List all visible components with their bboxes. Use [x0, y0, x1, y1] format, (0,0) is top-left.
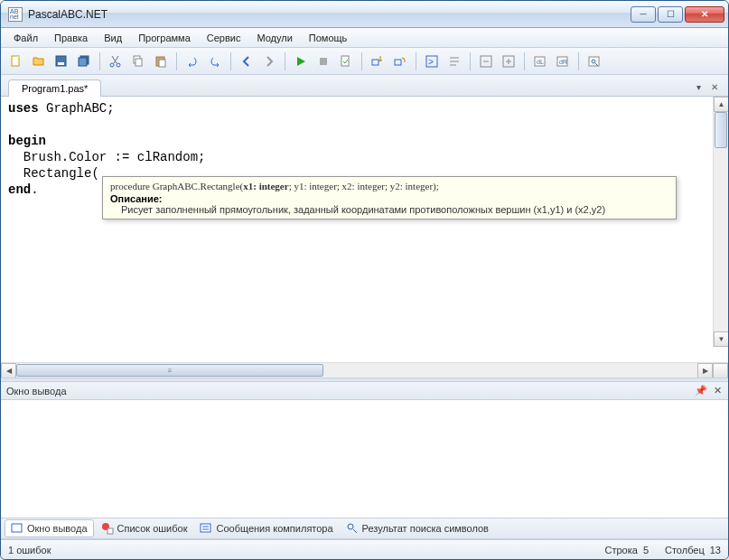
parameter-tooltip: procedure GraphABC.Rectangle(x1: integer…	[102, 176, 677, 219]
scroll-up-icon[interactable]: ▲	[714, 97, 728, 112]
open-file-icon[interactable]	[29, 51, 49, 71]
bottom-tab-find-symbol[interactable]: Результат поиска символов	[341, 520, 494, 537]
find-icon[interactable]	[584, 51, 604, 71]
status-col: Столбец13	[665, 545, 721, 555]
menubar: Файл Правка Вид Программа Сервис Модули …	[1, 28, 728, 48]
paste-icon[interactable]	[151, 51, 171, 71]
tab-dropdown-icon[interactable]: ▾	[692, 80, 705, 93]
menu-service[interactable]: Сервис	[200, 30, 248, 46]
menu-file[interactable]: Файл	[6, 30, 45, 46]
scroll-down-icon[interactable]: ▼	[714, 331, 728, 347]
statusbar: 1 ошибок Строка5 Столбец13	[1, 539, 728, 559]
step-into-icon[interactable]	[368, 51, 388, 71]
stop-icon[interactable]	[313, 51, 333, 71]
save-all-icon[interactable]	[74, 51, 94, 71]
save-icon[interactable]	[51, 51, 71, 71]
format-icon[interactable]	[444, 51, 464, 71]
nav-back-icon[interactable]	[237, 51, 257, 71]
scroll-thumb-h[interactable]: ≡	[16, 364, 323, 377]
step-over-icon[interactable]	[390, 51, 410, 71]
svg-point-6	[117, 63, 120, 67]
scroll-thumb-v[interactable]	[715, 112, 727, 148]
editor-area: uses GraphABC; begin Brush.Color := clRa…	[1, 97, 728, 378]
svg-point-5	[110, 63, 114, 67]
menu-view[interactable]: Вид	[97, 30, 129, 46]
svg-rect-25	[12, 524, 22, 532]
bottom-tab-compiler[interactable]: Сообщения компилятора	[194, 520, 338, 537]
pin-icon[interactable]: 📌	[696, 386, 706, 397]
scroll-right-icon[interactable]: ▶	[697, 363, 713, 378]
bottom-tab-output[interactable]: Окно вывода	[5, 519, 94, 537]
svg-rect-4	[79, 58, 87, 66]
bottom-tabbar: Окно вывода Список ошибок Сообщения комп…	[1, 518, 728, 539]
window-title: PascalABC.NET	[28, 8, 631, 21]
svg-rect-28	[201, 524, 210, 532]
error-list-icon	[101, 522, 114, 535]
output-header: Окно вывода 📌 ✕	[1, 382, 728, 400]
svg-rect-27	[107, 528, 113, 534]
compiler-msg-icon	[200, 522, 212, 535]
nav-forward-icon[interactable]	[259, 51, 279, 71]
bottom-tab-errors[interactable]: Список ошибок	[96, 520, 193, 537]
app-icon: ABnet	[8, 7, 23, 22]
editor-tabbar: Program1.pas* ▾ ✕	[1, 75, 728, 97]
status-line: Строка5	[604, 545, 649, 555]
svg-rect-14	[395, 60, 401, 65]
horizontal-scrollbar[interactable]: ◀ ≡ ▶	[1, 362, 728, 378]
svg-rect-10	[159, 60, 165, 67]
bracket-icon[interactable]: >	[422, 51, 442, 71]
tab-close-icon[interactable]: ✕	[708, 80, 721, 93]
svg-rect-23	[589, 57, 599, 66]
redo-icon[interactable]	[205, 51, 225, 71]
svg-rect-2	[58, 62, 64, 65]
panel-close-icon[interactable]: ✕	[712, 386, 723, 397]
svg-text:>: >	[428, 57, 434, 67]
svg-text:dL: dL	[537, 59, 544, 65]
output-panel: Окно вывода 📌 ✕	[1, 382, 728, 518]
run-icon[interactable]	[291, 51, 311, 71]
svg-rect-11	[320, 58, 327, 65]
menu-help[interactable]: Помощь	[302, 30, 355, 46]
expand-icon[interactable]	[499, 51, 519, 71]
tooltip-desc-label: Описание:	[110, 193, 668, 204]
toolbar: > dL dR	[1, 48, 728, 75]
copy-icon[interactable]	[128, 51, 148, 71]
vertical-scrollbar[interactable]: ▲ ▼	[713, 97, 728, 347]
minimize-button[interactable]: ─	[631, 6, 656, 23]
file-tab[interactable]: Program1.pas*	[8, 79, 101, 97]
svg-point-29	[348, 524, 353, 529]
menu-program[interactable]: Программа	[131, 30, 198, 46]
tooltip-signature: procedure GraphABC.Rectangle(x1: integer…	[110, 181, 668, 191]
cut-icon[interactable]	[106, 51, 126, 71]
compile-icon[interactable]	[336, 51, 356, 71]
disasm1-icon[interactable]: dL	[530, 51, 550, 71]
new-file-icon[interactable]	[6, 51, 26, 71]
output-body[interactable]	[1, 400, 728, 518]
scroll-corner	[713, 363, 728, 378]
output-title: Окно вывода	[6, 386, 67, 397]
titlebar[interactable]: ABnet PascalABC.NET ─ ☐ ✕	[1, 1, 728, 28]
output-window-icon	[11, 522, 23, 535]
svg-text:dR: dR	[559, 59, 567, 65]
svg-rect-8	[136, 59, 142, 66]
app-window: ABnet PascalABC.NET ─ ☐ ✕ Файл Правка Ви…	[0, 0, 729, 560]
svg-rect-12	[341, 56, 349, 66]
find-symbol-icon	[346, 522, 359, 535]
svg-rect-13	[372, 60, 379, 65]
disasm2-icon[interactable]: dR	[553, 51, 573, 71]
tooltip-desc: Рисует заполненный прямоугольник, заданн…	[110, 204, 668, 215]
close-button[interactable]: ✕	[685, 6, 724, 23]
undo-icon[interactable]	[182, 51, 202, 71]
menu-modules[interactable]: Модули	[249, 30, 299, 46]
maximize-button[interactable]: ☐	[658, 6, 683, 23]
scroll-left-icon[interactable]: ◀	[1, 363, 16, 378]
collapse-icon[interactable]	[476, 51, 496, 71]
menu-edit[interactable]: Правка	[47, 30, 95, 46]
status-errors: 1 ошибок	[8, 545, 51, 555]
